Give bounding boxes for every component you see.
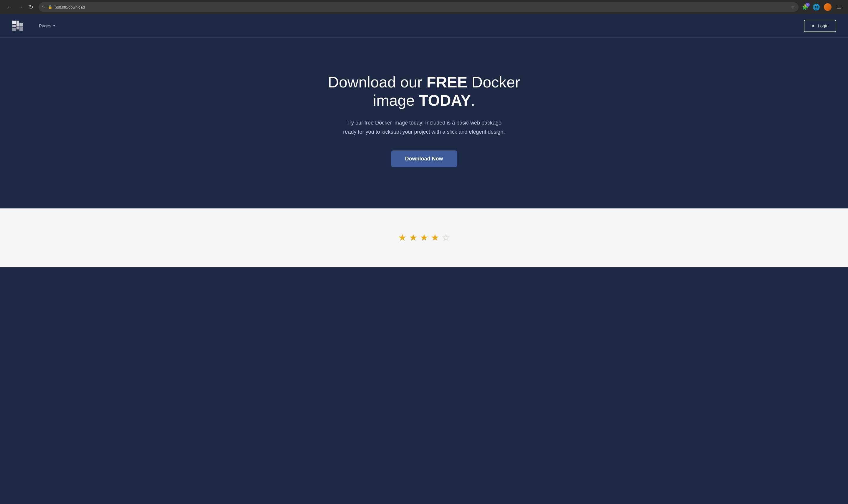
login-button[interactable]: ➤ Login bbox=[804, 20, 836, 32]
login-label: Login bbox=[818, 23, 829, 28]
download-now-button[interactable]: Download Now bbox=[391, 150, 457, 167]
svg-rect-6 bbox=[19, 27, 23, 31]
reload-button[interactable]: ↻ bbox=[27, 3, 35, 11]
security-icon: 🛡 bbox=[42, 5, 46, 9]
bookmark-icon[interactable]: ☆ bbox=[791, 5, 795, 10]
nav-buttons: ← → ↻ bbox=[5, 3, 35, 11]
logo-icon bbox=[12, 20, 23, 32]
star-3: ★ bbox=[420, 232, 429, 243]
navbar: Pages ▾ ➤ Login bbox=[0, 14, 848, 38]
login-icon: ➤ bbox=[811, 23, 815, 29]
menu-button[interactable]: ☰ bbox=[835, 3, 843, 11]
hero-title: Download our FREE Docker image TODAY. bbox=[306, 73, 542, 110]
extensions-icon[interactable]: 🧩 4 bbox=[802, 4, 809, 10]
star-5-empty: ☆ bbox=[442, 232, 450, 243]
white-section: ★ ★ ★ ★ ☆ bbox=[0, 209, 848, 267]
profile-icon-1[interactable]: 🌐 bbox=[812, 3, 820, 11]
svg-rect-2 bbox=[12, 28, 16, 31]
star-2: ★ bbox=[409, 232, 417, 243]
svg-rect-4 bbox=[17, 27, 19, 30]
svg-rect-0 bbox=[12, 21, 16, 24]
svg-rect-1 bbox=[12, 25, 16, 27]
nav-menu: Pages ▾ bbox=[35, 21, 59, 31]
star-4-half: ★ bbox=[431, 232, 439, 243]
browser-chrome: ← → ↻ 🛡 🔒 bolt.htb/download ☆ 🧩 4 🌐 ☰ bbox=[0, 0, 848, 14]
hero-title-today: TODAY bbox=[419, 92, 471, 109]
address-bar[interactable]: 🛡 🔒 bolt.htb/download ☆ bbox=[39, 2, 798, 12]
hero-title-free: FREE bbox=[427, 74, 468, 91]
url-text: bolt.htb/download bbox=[55, 5, 85, 10]
hero-title-end: . bbox=[471, 92, 475, 109]
hero-section: Download our FREE Docker image TODAY. Tr… bbox=[0, 38, 848, 209]
back-button[interactable]: ← bbox=[5, 3, 14, 11]
star-1: ★ bbox=[398, 232, 407, 243]
forward-button[interactable]: → bbox=[16, 3, 25, 11]
svg-rect-5 bbox=[19, 23, 23, 26]
lock-icon: 🔒 bbox=[48, 5, 52, 9]
star-rating: ★ ★ ★ ★ ☆ bbox=[398, 232, 450, 243]
svg-rect-3 bbox=[17, 21, 19, 26]
notification-badge: 4 bbox=[806, 3, 810, 7]
logo[interactable] bbox=[12, 20, 23, 32]
profile-avatar[interactable] bbox=[824, 3, 831, 11]
website-content: Pages ▾ ➤ Login Download our FREE Docker… bbox=[0, 14, 848, 504]
navbar-right: ➤ Login bbox=[804, 20, 836, 32]
hero-title-start: Download our bbox=[328, 74, 426, 91]
chevron-down-icon: ▾ bbox=[53, 24, 55, 28]
hero-subtitle: Try our free Docker image today! Include… bbox=[342, 118, 506, 136]
browser-actions: 🧩 4 🌐 ☰ bbox=[802, 3, 843, 11]
pages-label: Pages bbox=[39, 23, 52, 28]
pages-menu-item[interactable]: Pages ▾ bbox=[35, 21, 59, 31]
